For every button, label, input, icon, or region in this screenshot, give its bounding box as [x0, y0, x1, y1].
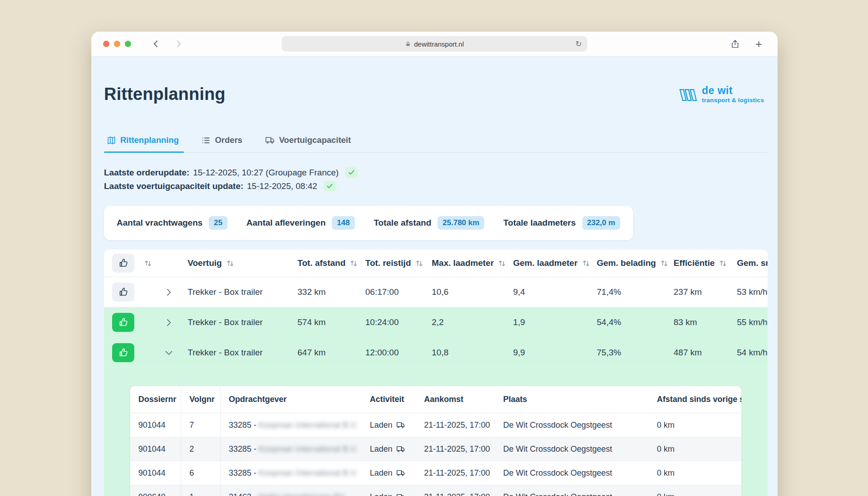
col-tot-reistijd: Tot. reistijd — [365, 258, 411, 268]
gem-snelheid-value: 55 km/h — [737, 317, 768, 327]
collapse-chevron-down-icon[interactable] — [164, 348, 188, 358]
approve-route-button[interactable] — [112, 283, 134, 302]
voertuig-value: Trekker - Box trailer — [188, 317, 297, 327]
col-gem-laadmeter: Gem. laadmeter — [513, 258, 578, 268]
new-tab-icon[interactable]: + — [755, 38, 762, 50]
opdracht-nr: 33285 - — [229, 468, 256, 478]
tab-orders[interactable]: Orders — [200, 131, 243, 152]
col-max-laadmeter: Max. laadmeter — [432, 258, 494, 268]
sort-icon[interactable] — [497, 259, 507, 268]
gem-laadmeter-value: 9,9 — [513, 348, 597, 358]
tot-reistijd-value: 10:24:00 — [365, 317, 432, 327]
tot-reistijd-value: 12:00:00 — [365, 348, 432, 358]
stat-value-badge: 25.780 km — [438, 216, 484, 230]
gem-snelheid-value: 53 km/h — [737, 287, 768, 297]
dossiernr-value: 901044 — [130, 437, 181, 461]
gem-belading-value: 54,4% — [597, 317, 674, 327]
stop-row-1: 901044 7 33285 - Koopman International B… — [130, 413, 741, 437]
aankomst-value: 21-11-2025, 17:00 — [416, 413, 495, 437]
reload-icon[interactable]: ↻ — [576, 39, 582, 49]
route-row-2[interactable]: Trekker - Box trailer 574 km 10:24:00 2,… — [104, 307, 768, 338]
voertuig-value: Trekker - Box trailer — [188, 348, 297, 358]
stat-totale-afstand: Totale afstand 25.780 km — [374, 216, 485, 230]
sort-icon[interactable] — [660, 259, 670, 268]
aankomst-value: 21-11-2025, 17:00 — [416, 485, 495, 496]
sort-icon[interactable] — [349, 259, 359, 268]
zoom-window-button[interactable] — [125, 41, 131, 47]
browser-window: dewittransport.nl ↻ + Rittenplanning de … — [91, 32, 778, 496]
summary-stats-card: Aantal vrachtwagens 25 Aantal aflevering… — [104, 206, 633, 240]
route-expansion-panel: Dossiernr Volgnr Opdrachtgever Activitei… — [104, 368, 768, 496]
col-voertuig: Voertuig — [188, 258, 222, 268]
stat-label: Aantal afleveringen — [246, 218, 326, 228]
gem-laadmeter-value: 1,9 — [513, 317, 597, 327]
close-window-button[interactable] — [103, 41, 109, 47]
lock-icon — [405, 41, 411, 47]
order-update-line: Laatste orderupdate: 15-12-2025, 10:27 (… — [104, 167, 768, 178]
expand-chevron-right-icon[interactable] — [164, 288, 188, 297]
stat-value-badge: 148 — [332, 216, 354, 230]
plaats-value: De Wit Crossdock Oegstgeest — [495, 437, 649, 461]
logo-w-icon — [678, 85, 698, 104]
activiteit-value: Laden — [370, 420, 392, 430]
plaats-value: De Wit Crossdock Oegstgeest — [495, 413, 649, 437]
col-efficientie: Efficiëntie — [674, 258, 715, 268]
list-icon — [201, 136, 211, 145]
opdracht-nr: 33285 - — [229, 420, 256, 430]
tab-rittenplanning[interactable]: Rittenplanning — [106, 131, 179, 152]
klant-naam-redacted: Nettig Verpakkingen BV — [259, 492, 344, 496]
capacity-update-value: 15-12-2025, 08:42 — [247, 181, 317, 191]
efficientie-value: 487 km — [674, 348, 737, 358]
logo-name: de wit — [702, 85, 764, 96]
col-volgnr: Volgnr — [181, 386, 221, 413]
logo-tagline: transport & logistics — [702, 97, 764, 104]
stat-value-badge: 25 — [209, 216, 227, 230]
share-icon[interactable] — [730, 39, 740, 49]
map-icon — [107, 136, 116, 145]
update-status: Laatste orderupdate: 15-12-2025, 10:27 (… — [104, 167, 768, 191]
voertuig-value: Trekker - Box trailer — [188, 287, 297, 297]
tab-bar: Rittenplanning Orders Voertuigcapaciteit — [104, 131, 768, 153]
tot-reistijd-value: 06:17:00 — [365, 287, 432, 297]
tab-voertuigcapaciteit[interactable]: Voertuigcapaciteit — [264, 131, 352, 152]
stat-value-badge: 232,0 m — [582, 216, 620, 230]
plaats-value: De Wit Crossdock Oegstgeest — [495, 485, 649, 496]
max-laadmeter-value: 10,6 — [432, 287, 513, 297]
stop-row-4: 900640 1 21463 - Nettig Verpakkingen BV … — [130, 485, 741, 496]
sort-icon[interactable] — [718, 259, 728, 268]
gem-belading-value: 75,3% — [597, 348, 674, 358]
route-row-3[interactable]: Trekker - Box trailer 647 km 12:00:00 10… — [104, 338, 768, 368]
forward-icon[interactable] — [174, 39, 184, 49]
klant-naam-redacted: Koopman International B.V. — [259, 420, 358, 430]
stat-totale-laadmeters: Totale laadmeters 232,0 m — [503, 216, 620, 230]
col-opdrachtgever: Opdrachtgever — [221, 386, 362, 413]
sort-icon[interactable] — [415, 259, 425, 268]
gem-snelheid-value: 54 km/h — [737, 348, 768, 358]
dossiernr-value: 900640 — [130, 485, 181, 496]
sort-icon[interactable] — [226, 259, 236, 268]
tot-afstand-value: 574 km — [297, 317, 365, 327]
url-bar[interactable]: dewittransport.nl ↻ — [282, 36, 587, 52]
col-tot-afstand: Tot. afstand — [297, 258, 345, 268]
activiteit-value: Laden — [370, 468, 392, 478]
sort-icon[interactable] — [143, 259, 188, 268]
afstand-value: 0 km — [649, 413, 741, 437]
truck-icon — [396, 444, 405, 453]
approve-route-button[interactable] — [112, 343, 134, 362]
approve-route-button[interactable] — [112, 313, 134, 332]
back-icon[interactable] — [151, 39, 161, 49]
expand-chevron-right-icon[interactable] — [164, 318, 188, 327]
sort-icon[interactable] — [581, 259, 591, 268]
dossiernr-value: 901044 — [130, 413, 181, 437]
approve-all-button[interactable] — [112, 254, 134, 273]
col-dossiernr: Dossiernr — [130, 386, 181, 413]
tab-label: Orders — [215, 135, 242, 145]
truck-icon — [396, 420, 405, 430]
url-text: dewittransport.nl — [414, 40, 464, 48]
col-gem-snelheid: Gem. snelheid — [737, 258, 768, 268]
minimize-window-button[interactable] — [114, 41, 120, 47]
aankomst-value: 21-11-2025, 17:00 — [416, 461, 495, 485]
activiteit-value: Laden — [370, 444, 392, 454]
col-plaats: Plaats — [495, 386, 649, 413]
route-row-1[interactable]: Trekker - Box trailer 332 km 06:17:00 10… — [104, 277, 768, 307]
